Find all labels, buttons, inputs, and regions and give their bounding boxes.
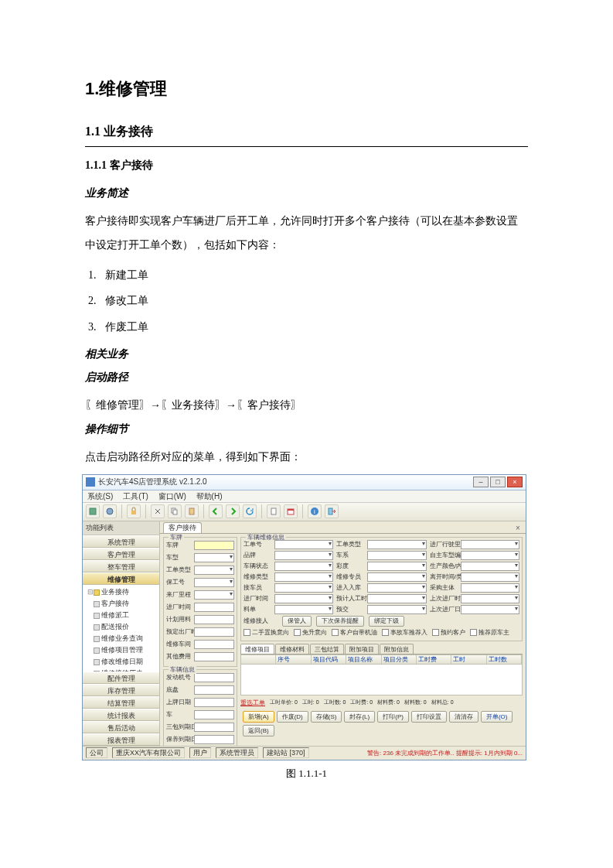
- sidebar-section-active[interactable]: 维修管理: [83, 572, 159, 585]
- exit-icon[interactable]: [325, 504, 339, 518]
- action-button[interactable]: 开单(O): [481, 711, 513, 723]
- action-button[interactable]: 打印设置: [411, 711, 447, 723]
- checkbox[interactable]: [332, 629, 339, 636]
- sidebar-section[interactable]: 库存管理: [83, 684, 159, 696]
- text-input[interactable]: [194, 652, 234, 661]
- text-input[interactable]: [194, 723, 234, 732]
- grid-col-header[interactable]: 序号: [276, 655, 311, 664]
- grid-col-header[interactable]: 工时费: [417, 655, 451, 664]
- menu-item[interactable]: 工具(T): [123, 492, 148, 501]
- grid-col-header[interactable]: 项目代码: [312, 655, 346, 664]
- tree-item[interactable]: 客户接待: [84, 598, 158, 610]
- text-input[interactable]: [194, 627, 234, 637]
- text-input[interactable]: [194, 710, 234, 719]
- info-icon[interactable]: i: [308, 504, 322, 518]
- text-input[interactable]: [194, 603, 234, 612]
- minimize-button[interactable]: –: [473, 477, 489, 487]
- small-button[interactable]: 绑定下级: [369, 616, 404, 627]
- small-button[interactable]: 保管人: [282, 616, 312, 627]
- select-input[interactable]: [367, 551, 426, 560]
- select-input[interactable]: [194, 578, 234, 587]
- text-input[interactable]: [194, 698, 234, 707]
- nav-fwd-icon[interactable]: [226, 504, 240, 518]
- text-input[interactable]: [194, 615, 234, 624]
- menu-item[interactable]: 窗口(W): [158, 492, 186, 501]
- cut-icon[interactable]: [151, 504, 165, 518]
- sidebar-section[interactable]: 整车管理: [83, 560, 159, 572]
- copy-icon[interactable]: [168, 504, 182, 518]
- calendar-icon[interactable]: [284, 504, 298, 518]
- grid-col-header[interactable]: [241, 655, 276, 664]
- sidebar-section[interactable]: 客户管理: [83, 548, 159, 560]
- checkbox[interactable]: [432, 629, 439, 636]
- grid-col-header[interactable]: 工时: [451, 655, 486, 664]
- text-input[interactable]: [194, 685, 234, 695]
- toolbar-btn-2[interactable]: [103, 504, 117, 518]
- checkbox[interactable]: [243, 629, 250, 636]
- select-input[interactable]: [274, 594, 333, 603]
- maximize-button[interactable]: □: [490, 477, 506, 487]
- sidebar-section[interactable]: 售后活动: [83, 721, 159, 733]
- sub-tab[interactable]: 维修项目: [240, 644, 274, 654]
- sidebar-section[interactable]: 报表管理: [83, 733, 159, 746]
- action-button[interactable]: 返回(B): [243, 725, 274, 736]
- checkbox[interactable]: [470, 629, 477, 636]
- tree-item[interactable]: 维修项目管理: [84, 644, 158, 656]
- tab-close-icon[interactable]: ×: [513, 524, 523, 533]
- select-input[interactable]: [194, 590, 234, 600]
- doc-icon[interactable]: [267, 504, 281, 518]
- sub-tab[interactable]: 三包结算: [310, 644, 344, 654]
- grid-body[interactable]: [240, 665, 523, 695]
- sub-tab[interactable]: 维修材料: [275, 644, 309, 654]
- select-input[interactable]: [274, 572, 333, 582]
- sidebar-section[interactable]: 系统管理: [83, 535, 159, 548]
- toolbar-btn-1[interactable]: [86, 504, 100, 518]
- paste-icon[interactable]: [185, 504, 199, 518]
- select-input[interactable]: [367, 605, 426, 614]
- select-input[interactable]: [367, 572, 426, 582]
- select-input[interactable]: [194, 553, 234, 562]
- link-red[interactable]: 重选工单: [240, 699, 265, 707]
- sub-tab[interactable]: 附加信息: [380, 644, 414, 654]
- select-input[interactable]: [367, 594, 426, 603]
- select-input[interactable]: [194, 566, 234, 575]
- tab-active[interactable]: 客户接待: [163, 522, 202, 533]
- text-input[interactable]: [194, 673, 234, 682]
- select-input[interactable]: [274, 583, 333, 593]
- select-input[interactable]: [367, 540, 426, 549]
- close-button[interactable]: ×: [507, 477, 523, 487]
- grid-col-header[interactable]: 项目名称: [346, 655, 381, 664]
- menu-item[interactable]: 帮助(H): [196, 492, 223, 501]
- text-input[interactable]: [194, 541, 234, 550]
- action-button[interactable]: 存储(S): [311, 711, 342, 723]
- select-input[interactable]: [367, 583, 426, 593]
- select-input[interactable]: [274, 605, 333, 614]
- action-button[interactable]: 新增(A): [243, 711, 274, 723]
- select-input[interactable]: [461, 594, 519, 603]
- select-input[interactable]: [274, 540, 333, 549]
- small-button[interactable]: 下次保养提醒: [316, 616, 364, 627]
- tree-node[interactable]: ⊟业务接待: [84, 586, 158, 598]
- tree-item[interactable]: 维修业务查询: [84, 633, 158, 644]
- action-button[interactable]: 作废(D): [277, 711, 308, 723]
- action-button[interactable]: 打印(P): [377, 711, 409, 723]
- checkbox[interactable]: [294, 629, 301, 636]
- sidebar-section[interactable]: 统计报表: [83, 709, 159, 721]
- select-input[interactable]: [461, 605, 519, 614]
- select-input[interactable]: [367, 562, 426, 571]
- select-input[interactable]: [274, 551, 333, 560]
- refresh-icon[interactable]: [243, 504, 257, 518]
- action-button[interactable]: 清清存: [449, 711, 478, 723]
- text-input[interactable]: [194, 735, 234, 744]
- nav-back-icon[interactable]: [209, 504, 223, 518]
- sidebar-section[interactable]: 结算管理: [83, 696, 159, 709]
- select-input[interactable]: [461, 551, 519, 560]
- select-input[interactable]: [461, 540, 519, 549]
- tree-item[interactable]: 配送报价: [84, 621, 158, 633]
- menu-item[interactable]: 系统(S): [87, 492, 113, 501]
- select-input[interactable]: [461, 583, 519, 593]
- checkbox[interactable]: [382, 629, 389, 636]
- grid-col-header[interactable]: 工时数: [487, 655, 522, 664]
- sub-tab[interactable]: 附加项目: [345, 644, 379, 654]
- select-input[interactable]: [461, 572, 519, 582]
